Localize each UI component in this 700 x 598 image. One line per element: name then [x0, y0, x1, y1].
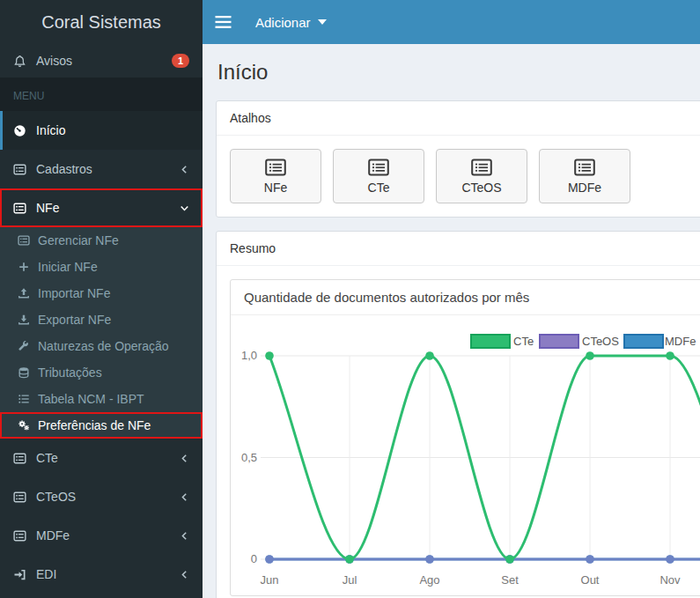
- svg-text:Ago: Ago: [419, 573, 439, 587]
- shortcut-label: NFe: [264, 181, 287, 195]
- chart-area: 00,51,0JunJulAgoSetOutNovDezCTeCTeOSMDFe: [231, 315, 700, 595]
- sidebar-item-label: EDI: [36, 567, 56, 581]
- svg-text:1,0: 1,0: [241, 349, 257, 362]
- submenu-item-exportar-nfe[interactable]: Exportar NFe: [0, 306, 203, 333]
- svg-text:CTeOS: CTeOS: [582, 335, 619, 348]
- list-alt-icon: [574, 159, 595, 176]
- submenu-item-label: Exportar NFe: [38, 313, 111, 327]
- main-area: Adicionar Início Atalhos NFe CTe: [203, 0, 700, 598]
- hamburger-icon: [215, 16, 232, 28]
- sidebar-item-label: Início: [36, 123, 65, 137]
- list-box-icon: [18, 234, 30, 247]
- shortcut-cteos-button[interactable]: CTeOS: [436, 149, 527, 203]
- submenu-item-naturezas-de-operacao[interactable]: Naturezas de Operação: [0, 333, 203, 359]
- chart-title: Quantidade de documentos autorizados por…: [231, 280, 700, 315]
- sidebar-item-label: CTeOS: [36, 490, 76, 504]
- svg-text:Nov: Nov: [659, 573, 681, 587]
- chevron-left-icon: [180, 165, 189, 174]
- tachometer-icon: [13, 124, 26, 137]
- sidebar-item-inicio[interactable]: Início: [0, 111, 203, 150]
- list-box-icon: [13, 202, 26, 215]
- chevron-left-icon: [180, 454, 189, 463]
- atalhos-panel-header: Atalhos: [217, 101, 700, 136]
- sidebar-item-label: CTe: [36, 451, 58, 465]
- content: Início Atalhos NFe CTe CTeOS: [203, 44, 700, 598]
- chevron-left-icon: [180, 492, 189, 502]
- chevron-left-icon: [180, 531, 189, 541]
- database-icon: [18, 366, 30, 379]
- submenu-item-importar-nfe[interactable]: Importar NFe: [0, 280, 203, 306]
- sidebar-item-edi[interactable]: EDI: [0, 555, 203, 594]
- submenu-item-gerenciar-nfe[interactable]: Gerenciar NFe: [0, 227, 203, 254]
- upload-icon: [18, 287, 30, 299]
- sidebar-item-cteos[interactable]: CTeOS: [0, 477, 203, 516]
- shortcut-nfe-button[interactable]: NFe: [230, 149, 321, 203]
- resumo-panel: Resumo Quantidade de documentos autoriza…: [216, 231, 700, 598]
- shortcut-label: CTeOS: [461, 181, 501, 195]
- cogs-icon: [18, 419, 30, 432]
- adicionar-dropdown[interactable]: Adicionar: [243, 0, 339, 44]
- submenu-item-label: Gerenciar NFe: [38, 233, 119, 247]
- notification-badge: 1: [172, 54, 189, 68]
- svg-text:Jun: Jun: [261, 573, 279, 587]
- sidebar: Coral Sistemas Avisos 1 MENU Início Cada…: [0, 0, 203, 598]
- submenu-item-label: Preferências de NFe: [38, 418, 151, 432]
- submenu-item-label: Tributações: [38, 365, 102, 380]
- sidebar-item-cte[interactable]: CTe: [0, 439, 203, 477]
- chart-panel: Quantidade de documentos autorizados por…: [230, 279, 700, 596]
- topbar: Adicionar: [203, 0, 700, 44]
- wrench-icon: [18, 340, 30, 352]
- sidebar-item-label: NFe: [36, 201, 59, 215]
- svg-text:Set: Set: [501, 573, 519, 587]
- svg-text:Out: Out: [581, 573, 600, 587]
- atalhos-panel: Atalhos NFe CTe CTeOS: [216, 100, 700, 218]
- shortcut-buttons: NFe CTe CTeOS MDFe: [230, 149, 700, 203]
- brand-title: Coral Sistemas: [0, 0, 203, 44]
- menu-section-header: MENU: [0, 78, 203, 111]
- submenu-item-tabela-ncm-ibpt[interactable]: Tabela NCM - IBPT: [0, 386, 203, 412]
- summary-chart[interactable]: 00,51,0JunJulAgoSetOutNovDezCTeCTeOSMDFe: [231, 315, 700, 595]
- list-box-icon: [13, 529, 26, 543]
- svg-text:MDFe: MDFe: [665, 335, 696, 348]
- page-title: Início: [216, 60, 687, 85]
- list-box-icon: [13, 452, 26, 465]
- submenu-item-tributacoes[interactable]: Tributações: [0, 359, 203, 386]
- sidebar-item-label: Cadastros: [36, 162, 92, 176]
- caret-down-icon: [318, 19, 327, 25]
- download-icon: [18, 314, 30, 326]
- annotation-box-nfe: [0, 188, 203, 227]
- submenu-item-label: Iniciar NFe: [38, 260, 98, 274]
- submenu-item-label: Tabela NCM - IBPT: [38, 392, 144, 406]
- list-box-icon: [13, 491, 26, 504]
- sidebar-item-nfe[interactable]: NFe: [0, 188, 203, 227]
- list-alt-icon: [368, 159, 389, 176]
- list-ul-icon: [18, 393, 30, 405]
- submenu-item-label: Naturezas de Operação: [38, 339, 169, 353]
- resumo-panel-header: Resumo: [217, 232, 700, 266]
- shortcut-cte-button[interactable]: CTe: [333, 149, 424, 203]
- list-alt-icon: [265, 159, 286, 176]
- chevron-left-icon: [180, 570, 189, 580]
- svg-text:0,5: 0,5: [241, 451, 257, 464]
- svg-text:0: 0: [251, 552, 257, 565]
- sidebar-item-avisos[interactable]: Avisos 1: [0, 44, 203, 78]
- sidebar-toggle-button[interactable]: [203, 0, 243, 44]
- adicionar-label: Adicionar: [255, 15, 311, 30]
- avisos-label: Avisos: [36, 54, 72, 68]
- shortcut-mdfe-button[interactable]: MDFe: [539, 149, 630, 203]
- sidebar-item-cadastros[interactable]: Cadastros: [0, 150, 203, 188]
- shortcut-label: MDFe: [568, 181, 601, 195]
- sidebar-item-mdfe[interactable]: MDFe: [0, 516, 203, 555]
- nfe-submenu: Gerenciar NFe Iniciar NFe Importar NFe E…: [0, 227, 203, 439]
- svg-text:Jul: Jul: [343, 573, 357, 587]
- list-alt-icon: [471, 159, 492, 176]
- bell-icon: [13, 55, 26, 68]
- submenu-item-preferencias-de-nfe[interactable]: Preferências de NFe: [0, 412, 203, 439]
- chevron-down-icon: [180, 203, 189, 213]
- sidebar-item-label: MDFe: [36, 528, 70, 543]
- plus-icon: [18, 261, 30, 273]
- sign-in-icon: [13, 568, 26, 581]
- svg-text:CTe: CTe: [513, 335, 534, 348]
- submenu-item-label: Importar NFe: [38, 286, 110, 300]
- submenu-item-iniciar-nfe[interactable]: Iniciar NFe: [0, 254, 203, 280]
